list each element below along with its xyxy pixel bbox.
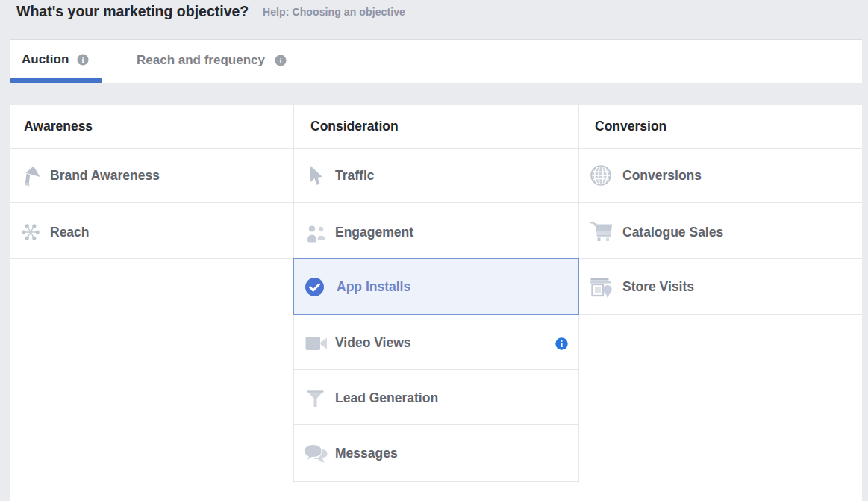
svg-text:i: i	[81, 55, 84, 64]
svg-text:i: i	[279, 56, 281, 65]
